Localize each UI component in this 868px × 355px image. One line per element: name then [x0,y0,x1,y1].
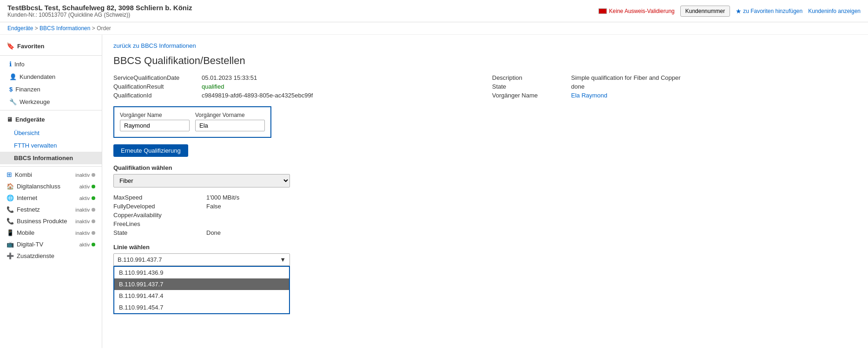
wrench-icon [9,98,17,105]
plus-icon [7,252,14,259]
monitor-icon [7,116,13,123]
description-value: Simple qualification for Fiber and Coppe… [571,74,857,81]
sidebar-service-kombi[interactable]: Kombi inaktiv [0,168,102,181]
sidebar-favoriten[interactable]: Favoriten [0,39,102,53]
person-icon [9,73,17,80]
erneute-qualifizierung-button[interactable]: Erneute Qualifizierung [113,144,188,157]
sidebar-item-ftth[interactable]: FTTH verwalten [0,139,102,152]
kundeninfo-button[interactable]: Kundeninfo anzeigen [808,8,861,14]
kundennummer-button[interactable]: Kundennummer [680,6,730,17]
mobile-icon [7,229,14,236]
page-title: BBCS Qualifikation/Bestellen [113,55,857,67]
sidebar-item-info[interactable]: Info [0,58,102,71]
no-validation-badge: Keine Ausweis-Validierung [598,8,675,14]
breadcrumb: Endgeräte > BBCS Informationen > Order [0,22,868,35]
specs-grid: MaxSpeed 1'000 MBit/s FullyDeveloped Fal… [113,194,857,236]
no-validation-text: Keine Ausweis-Validierung [609,8,675,14]
header-left: TestBbcsL Test, Schaufelweg 82, 3098 Sch… [7,4,192,18]
sidebar-item-finanzen[interactable]: Finanzen [0,83,102,96]
vorgaenger-name-input[interactable] [120,120,190,131]
vorgaenger-name-value-info: Ela Raymond [571,92,857,99]
linie-option-4[interactable]: B.110.991.454.7 [114,302,289,313]
service-internet-label: Internet [17,194,37,201]
fullydeveloped-value: False [206,203,857,210]
vorgaenger-vorname-input[interactable] [195,120,265,131]
sidebar-service-digitalanschluss[interactable]: Digitalanschluss aktiv [0,181,102,192]
top-header: TestBbcsL Test, Schaufelweg 82, 3098 Sch… [0,0,868,22]
service-mobile-label: Mobile [17,229,34,236]
dollar-icon [9,86,13,93]
mobile-status-dot [92,231,95,235]
sidebar-item-uebersicht[interactable]: Übersicht [0,127,102,139]
sidebar-divider-3 [0,166,102,167]
internet-icon [7,194,14,201]
breadcrumb-order: Order [97,25,111,32]
service-kombi-label: Kombi [15,171,32,178]
linie-dropdown: B.110.991.436.9 B.110.991.437.7 B.110.99… [113,266,290,314]
business-status-dot [92,219,95,223]
internet-status-dot [92,196,95,200]
sidebar-endgeraete[interactable]: Endgeräte [0,112,102,127]
vorgaenger-name-field: Vorgänger Name [120,112,190,131]
service-qual-label: ServiceQualificationDate [113,74,197,81]
linie-chevron-icon: ▼ [280,256,286,263]
linie-option-1[interactable]: B.110.991.436.9 [114,267,289,278]
combo-icon [7,171,12,178]
sidebar-item-werkzeuge[interactable]: Werkzeuge [0,96,102,108]
sidebar-kundendaten-label: Kundendaten [20,73,55,80]
linie-selected-value: B.110.991.437.7 [118,256,162,263]
bbcs-label: BBCS Informationen [14,155,73,161]
digitaltv-status-dot [92,243,95,246]
service-business-label: Business Produkte [17,218,67,225]
customer-nr: Kunden-Nr.: 100513707 (Quickline AG (Sch… [7,12,192,18]
breadcrumb-endgeraete[interactable]: Endgeräte [7,25,33,32]
sidebar-divider-2 [0,110,102,110]
copper-label: CopperAvailability [113,212,206,219]
info-icon [9,60,12,68]
qual-result-value: qualified [202,83,487,90]
sidebar-service-festnetz[interactable]: Festnetz inaktiv [0,204,102,215]
sidebar-service-zusatzdienste[interactable]: Zusatzdienste [0,250,102,262]
linie-option-2[interactable]: B.110.991.437.7 [114,278,289,290]
ftth-link[interactable]: FTTH verwalten [14,142,57,149]
sidebar-item-bbcs[interactable]: BBCS Informationen [0,152,102,164]
state-value-specs: Done [206,229,857,236]
sidebar-werkzeuge-label: Werkzeuge [20,98,50,105]
sidebar-service-business[interactable]: Business Produkte inaktiv [0,215,102,227]
linie-select-display[interactable]: B.110.991.437.7 ▼ [113,253,290,266]
description-label: Description [492,74,566,81]
service-digital-label: Digitalanschluss [17,183,60,190]
qualifikation-label: Qualifikation wählen [113,164,857,171]
breadcrumb-bbcs[interactable]: BBCS Informationen [39,25,90,32]
service-festnetz-label: Festnetz [17,206,40,213]
qual-id-label: QualificationId [113,92,197,99]
main-layout: Favoriten Info Kundendaten Finanzen Werk… [0,35,868,348]
star-icon [736,7,742,15]
sidebar-item-kundendaten[interactable]: Kundendaten [0,71,102,83]
qual-result-label: QualificationResult [113,83,197,90]
company-name: TestBbcsL Test, Schaufelweg 82, 3098 Sch… [7,4,192,12]
sidebar-service-digitaltv[interactable]: Digital-TV aktiv [0,239,102,250]
form-box: Vorgänger Name Vorgänger Vorname [113,106,271,138]
vorgaenger-name-label-info: Vorgänger Name [492,92,566,99]
linie-option-3[interactable]: B.110.991.447.4 [114,290,289,302]
sidebar-service-internet[interactable]: Internet aktiv [0,192,102,204]
info-grid: ServiceQualificationDate 05.01.2023 15:3… [113,74,857,99]
uebersicht-link[interactable]: Übersicht [14,129,39,136]
linie-section: Linie wählen B.110.991.437.7 ▼ B.110.991… [113,244,857,314]
sidebar: Favoriten Info Kundendaten Finanzen Werk… [0,35,102,348]
vorgaenger-name-field-label: Vorgänger Name [120,112,190,118]
freelines-label: FreeLines [113,220,206,227]
copper-value [206,212,857,219]
favoriten-button[interactable]: zu Favoriten hinzufügen [736,7,802,15]
qualifikation-select[interactable]: Fiber Copper [113,174,290,187]
sidebar-service-mobile[interactable]: Mobile inaktiv [0,227,102,239]
service-digitaltv-label: Digital-TV [17,241,43,248]
kombi-status-dot [92,173,95,177]
vorgaenger-vorname-field-label: Vorgänger Vorname [195,112,265,118]
bookmark-icon [7,42,14,50]
linie-label: Linie wählen [113,244,857,251]
back-link[interactable]: zurück zu BBCS Informationen [113,42,196,49]
business-icon [7,218,14,225]
sidebar-endgeraete-label: Endgeräte [15,116,45,123]
